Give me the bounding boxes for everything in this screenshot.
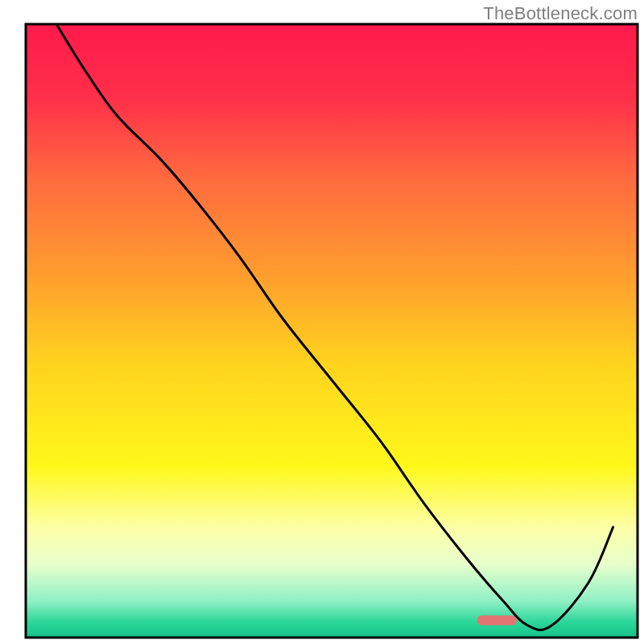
watermark-label: TheBottleneck.com [483, 3, 638, 24]
bottleneck-chart [0, 0, 644, 644]
chart-container: TheBottleneck.com [0, 0, 644, 644]
plot-area [26, 24, 638, 638]
optimal-marker [477, 616, 517, 625]
